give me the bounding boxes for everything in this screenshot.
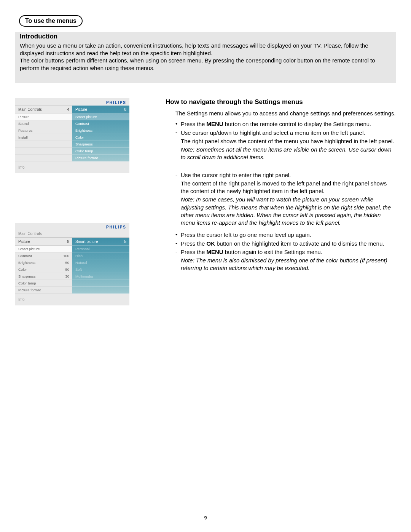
page-number: 9: [0, 515, 411, 521]
shot1-left-item: Sound: [18, 121, 29, 126]
shot2-left-count: 8: [67, 240, 69, 244]
introduction-paragraph-2: The color buttons perform different acti…: [20, 57, 391, 72]
shot2-right-item: Personal: [75, 247, 90, 251]
shot2-left-title: Picture: [18, 240, 30, 244]
nav-lead: The Settings menu allows you to access a…: [175, 110, 396, 117]
introduction-heading: Introduction: [20, 32, 391, 40]
introduction-block: Introduction When you use a menu or take…: [15, 32, 396, 83]
introduction-paragraph-1: When you use a menu or take an action, c…: [20, 42, 391, 57]
shot1-right-item: Sharpness: [75, 142, 92, 146]
shot2-left-item: Brightness: [18, 260, 35, 265]
nav-dash-3: - Press the OK button on the highlighted…: [175, 240, 396, 248]
shot1-right-title: Picture: [75, 107, 87, 112]
nav-dash-2: - Use the cursor right to enter the righ…: [175, 171, 396, 179]
shot2-right-item: Natural: [75, 260, 87, 265]
section-title-badge: To use the menus: [19, 15, 83, 27]
shot2-right-title: Smart picture: [75, 240, 98, 244]
shot1-right-item: Contrast: [75, 121, 89, 126]
nav-follow-2: The content of the right panel is moved …: [181, 180, 396, 195]
shot2-right-item: Multimedia: [75, 274, 93, 278]
shot1-right-item: Picture format: [75, 156, 98, 160]
shot2-info-label: Info: [15, 294, 129, 302]
instructions-column: How to navigate through the Settings men…: [150, 98, 396, 305]
nav-bullet-2: • Press the cursor left to go one menu l…: [175, 231, 396, 239]
shot2-left-item: Picture format: [18, 288, 41, 292]
screenshot-main-controls: PHILIPS Main Controls 4 Picture Sound Fe…: [15, 98, 129, 173]
shot2-left-item: Contrast: [18, 254, 32, 258]
shot1-right-item: Color temp: [75, 149, 93, 153]
shot1-left-item: Features: [18, 128, 33, 133]
philips-logo: PHILIPS: [106, 225, 126, 229]
shot1-left-item: Install: [18, 135, 28, 139]
nav-dash-4: - Press the MENU button again to exit th…: [175, 248, 396, 256]
shot2-left-item: Sharpness: [18, 274, 35, 278]
shot1-right-item: Smart picture: [75, 115, 97, 119]
shot1-left-title: Main Controls: [18, 107, 42, 112]
nav-note-2: Note: In some cases, you will want to wa…: [181, 196, 396, 227]
shot1-left-item: Picture: [18, 115, 30, 119]
nav-dash-1: - Use cursor up/down to highlight and se…: [175, 129, 396, 137]
nav-bullet-1: • Press the MENU button on the remote co…: [175, 120, 396, 128]
shot2-left-item: Color temp: [18, 281, 36, 285]
philips-logo: PHILIPS: [106, 101, 126, 105]
shot1-right-count: 8: [124, 107, 126, 112]
shot1-left-count: 4: [67, 107, 69, 112]
nav-heading: How to navigate through the Settings men…: [166, 98, 396, 106]
shot1-right-item: Brightness: [75, 128, 92, 133]
shot2-right-item: Soft: [75, 267, 82, 272]
screenshot-picture-submenu: PHILIPS Main Controls Picture 8 Smart pi…: [15, 223, 129, 305]
nav-follow-1: The right panel shows the content of the…: [181, 137, 396, 145]
shot2-right-item: Rich: [75, 254, 83, 258]
shot2-right-count: 5: [124, 240, 126, 244]
nav-note-1: Note: Sometimes not all the menu items a…: [181, 146, 396, 161]
shot2-left-item: Color: [18, 267, 27, 272]
shot1-right-item: Color: [75, 135, 84, 139]
nav-note-3: Note: The menu is also dismissed by pres…: [181, 257, 396, 272]
shot2-left-item: Smart picture: [18, 247, 40, 251]
shot2-breadcrumb: Main Controls: [15, 230, 129, 238]
shot1-info-label: Info: [15, 161, 129, 169]
